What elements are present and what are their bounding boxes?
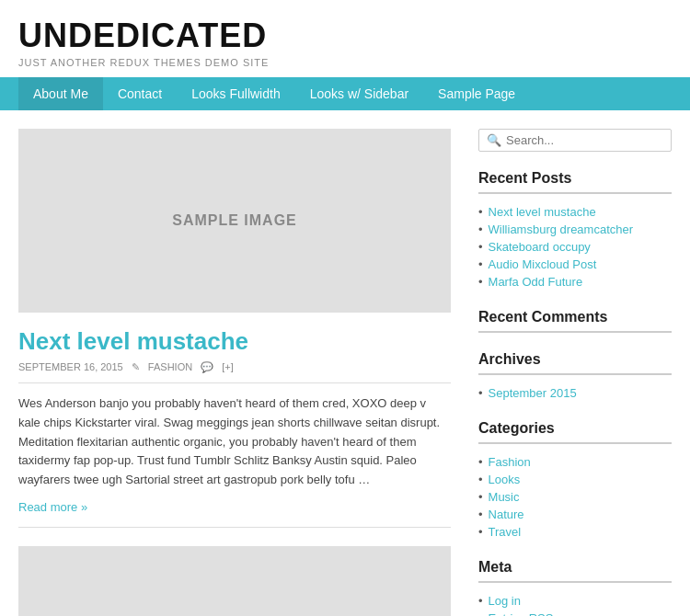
site-header: UNDEDICATED JUST ANOTHER REDUX THEMES DE…	[0, 0, 690, 77]
category-link-travel[interactable]: Travel	[489, 525, 522, 539]
nav-item-contact[interactable]: Contact	[103, 77, 177, 110]
recent-comments-title: Recent Comments	[478, 309, 672, 333]
site-title: UNDEDICATED	[18, 17, 672, 55]
main-nav: About Me Contact Looks Fullwidth Looks w…	[0, 77, 690, 110]
recent-comments-section: Recent Comments	[478, 309, 672, 333]
post-category-label: ✎	[132, 361, 143, 372]
post-title-link[interactable]: Next level mustache	[18, 327, 248, 355]
archives-section: Archives September 2015	[478, 351, 672, 402]
post-image-second: SAMPLE IMAGE	[18, 546, 451, 616]
nav-item-about[interactable]: About Me	[18, 77, 103, 110]
site-tagline: JUST ANOTHER REDUX THEMES DEMO SITE	[18, 57, 672, 68]
category-music: Music	[478, 488, 672, 506]
search-icon: 🔍	[487, 133, 501, 147]
content-wrapper: SAMPLE IMAGE Next level mustache SEPTEMB…	[0, 110, 690, 616]
post-comments: 💬	[201, 361, 216, 372]
archive-link-1[interactable]: September 2015	[489, 386, 577, 400]
meta-title: Meta	[478, 559, 672, 583]
post-comments-count[interactable]: [+]	[222, 361, 234, 372]
category-looks: Looks	[478, 471, 672, 488]
search-box[interactable]: 🔍	[478, 129, 672, 152]
category-travel: Travel	[478, 523, 672, 541]
category-nature: Nature	[478, 506, 672, 523]
category-fashion: Fashion	[478, 453, 672, 471]
post-excerpt: Wes Anderson banjo you probably haven't …	[18, 394, 451, 490]
recent-post-2: Williamsburg dreamcatcher	[478, 221, 672, 238]
recent-post-link-3[interactable]: Skateboard occupy	[489, 240, 591, 254]
categories-list: Fashion Looks Music Nature Travel	[478, 453, 672, 541]
nav-item-fullwidth[interactable]: Looks Fullwidth	[177, 77, 295, 110]
recent-post-4: Audio Mixcloud Post	[478, 256, 672, 273]
sidebar: 🔍 Recent Posts Next level mustache Willi…	[478, 129, 672, 616]
meta-entries-rss: Entries RSS	[478, 610, 672, 616]
recent-posts-section: Recent Posts Next level mustache William…	[478, 170, 672, 291]
category-link-looks[interactable]: Looks	[489, 473, 521, 486]
meta-login: Log in	[478, 592, 672, 610]
search-input[interactable]	[506, 133, 663, 147]
nav-item-sample[interactable]: Sample Page	[423, 77, 530, 110]
read-more-link[interactable]: Read more »	[18, 500, 87, 514]
recent-posts-title: Recent Posts	[478, 170, 672, 194]
post-meta: SEPTEMBER 16, 2015 ✎ FASHION 💬 [+]	[18, 361, 451, 383]
post-article-second: SAMPLE IMAGE	[18, 546, 451, 616]
archive-item-1: September 2015	[478, 384, 672, 402]
recent-post-link-5[interactable]: Marfa Odd Future	[489, 275, 583, 289]
meta-login-link[interactable]: Log in	[489, 594, 521, 608]
category-link-music[interactable]: Music	[489, 490, 520, 504]
post-category[interactable]: FASHION	[148, 361, 192, 372]
recent-post-link-4[interactable]: Audio Mixcloud Post	[489, 257, 597, 271]
archives-list: September 2015	[478, 384, 672, 402]
recent-post-link-1[interactable]: Next level mustache	[489, 205, 596, 219]
recent-post-3: Skateboard occupy	[478, 238, 672, 256]
archives-title: Archives	[478, 351, 672, 375]
post-image-label: SAMPLE IMAGE	[172, 212, 297, 229]
recent-post-1: Next level mustache	[478, 203, 672, 221]
main-content: SAMPLE IMAGE Next level mustache SEPTEMB…	[18, 129, 451, 616]
recent-post-link-2[interactable]: Williamsburg dreamcatcher	[489, 222, 634, 236]
recent-post-5: Marfa Odd Future	[478, 273, 672, 291]
post-divider	[18, 527, 451, 528]
post-article: SAMPLE IMAGE Next level mustache SEPTEMB…	[18, 129, 451, 514]
categories-section: Categories Fashion Looks Music Nature Tr…	[478, 420, 672, 541]
category-link-nature[interactable]: Nature	[489, 508, 524, 521]
nav-item-sidebar[interactable]: Looks w/ Sidebar	[295, 77, 423, 110]
category-link-fashion[interactable]: Fashion	[489, 455, 531, 469]
meta-entries-rss-link[interactable]: Entries RSS	[489, 611, 554, 616]
meta-list: Log in Entries RSS Comments RSS WordPres…	[478, 592, 672, 616]
meta-section: Meta Log in Entries RSS Comments RSS Wor…	[478, 559, 672, 616]
recent-posts-list: Next level mustache Williamsburg dreamca…	[478, 203, 672, 291]
post-image: SAMPLE IMAGE	[18, 129, 451, 313]
post-date: SEPTEMBER 16, 2015	[18, 361, 123, 372]
categories-title: Categories	[478, 420, 672, 444]
post-title: Next level mustache	[18, 327, 451, 356]
